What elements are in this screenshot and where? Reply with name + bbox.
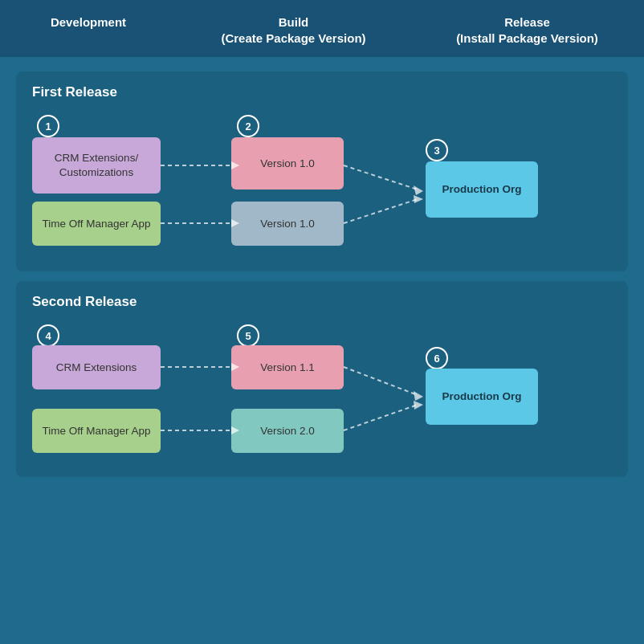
header: Development Build (Create Package Versio… — [0, 0, 644, 57]
main-area: First Release 1 2 3 CRM Extensions/ Cust… — [0, 57, 644, 644]
build-box1-second: Version 1.1 — [231, 345, 344, 389]
time-off-box-2: Time Off Manager App — [32, 409, 161, 453]
first-release-flow: 1 2 3 CRM Extensions/ Customizations Tim… — [32, 115, 612, 255]
header-build: Build (Create Package Version) — [177, 14, 410, 46]
time-off-box-1: Time Off Manager App — [32, 202, 161, 246]
svg-marker-13 — [414, 391, 423, 401]
svg-line-6 — [344, 199, 418, 223]
dev-box2-first: Time Off Manager App — [32, 202, 161, 246]
build-box2-second: Version 2.0 — [231, 409, 344, 453]
svg-marker-15 — [414, 401, 423, 410]
svg-line-14 — [344, 405, 418, 430]
first-release-section: First Release 1 2 3 CRM Extensions/ Cust… — [16, 71, 628, 271]
build-box1-first: Version 1.0 — [231, 137, 344, 190]
production-org-2: Production Org — [426, 369, 538, 425]
svg-marker-5 — [414, 185, 423, 195]
dev-box2-second: Time Off Manager App — [32, 409, 161, 453]
crm-extensions-box-1: CRM Extensions/ Customizations — [32, 137, 161, 194]
svg-line-12 — [344, 367, 418, 395]
first-release-title: First Release — [32, 84, 612, 100]
release-box-first: Production Org — [426, 161, 538, 218]
second-release-section: Second Release 4 5 6 CRM Extensions T — [16, 281, 628, 477]
dev-box1-second: CRM Extensions — [32, 345, 161, 389]
header-release: Release (Install Package Version) — [410, 14, 644, 46]
version-1-pink: Version 1.0 — [231, 137, 344, 190]
production-org-1: Production Org — [426, 161, 538, 218]
svg-line-4 — [344, 165, 418, 190]
version-1-1: Version 1.1 — [231, 345, 344, 389]
second-release-flow: 4 5 6 CRM Extensions Time Off Manager Ap… — [32, 324, 612, 461]
version-1-bluegray: Version 1.0 — [231, 202, 344, 246]
release-box-second: Production Org — [426, 369, 538, 425]
second-release-title: Second Release — [32, 294, 612, 310]
header-development: Development — [0, 14, 177, 46]
dev-box1-first: CRM Extensions/ Customizations — [32, 137, 161, 194]
crm-extensions-box-2: CRM Extensions — [32, 345, 161, 389]
version-2-0: Version 2.0 — [231, 409, 344, 453]
build-box2-first: Version 1.0 — [231, 202, 344, 246]
svg-marker-7 — [414, 195, 423, 203]
